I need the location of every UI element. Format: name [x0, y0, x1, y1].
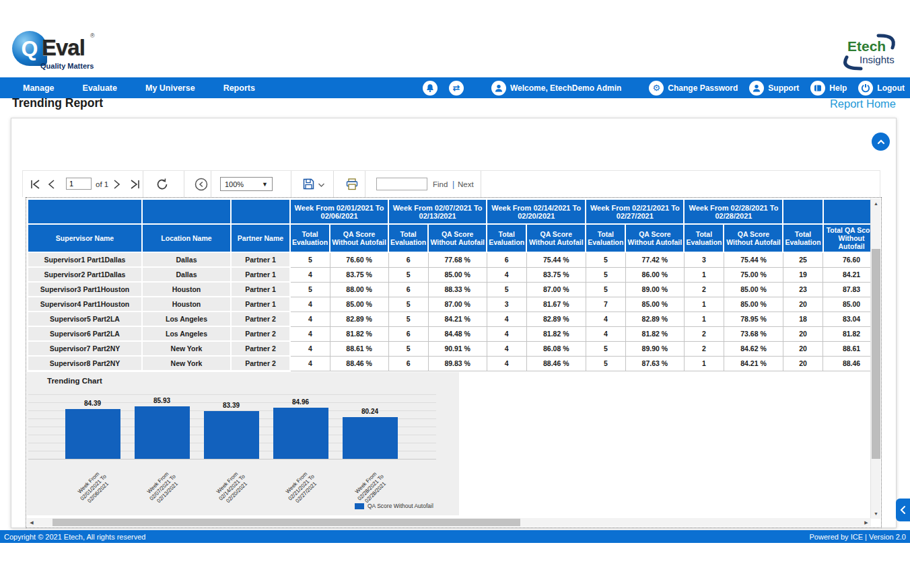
- value-cell: 1: [684, 311, 724, 326]
- header-spacer: [28, 199, 142, 224]
- location-name-cell: New York: [142, 341, 231, 356]
- table-row: Supervisor2 Part1DallasDallasPartner 148…: [28, 267, 880, 282]
- column-header: Total Evaluation: [388, 224, 428, 252]
- powered-by-text: Powered by ICE | Version 2.0: [810, 533, 907, 541]
- value-cell: 4: [487, 326, 526, 341]
- partner-name-cell: Partner 1: [231, 282, 290, 297]
- value-cell: 20: [783, 326, 823, 341]
- find-next-button[interactable]: Next: [458, 180, 474, 188]
- value-cell: 81.82 %: [330, 326, 388, 341]
- column-header: Total Evaluation: [684, 224, 724, 252]
- page-number-input[interactable]: [66, 178, 92, 190]
- value-cell: 83.75 %: [526, 267, 586, 282]
- value-cell: 4: [586, 326, 625, 341]
- chart-bar[interactable]: [135, 406, 190, 459]
- switch-account-icon[interactable]: ⇄: [449, 81, 464, 96]
- report-horizontal-scrollbar[interactable]: ◀ ▶: [27, 518, 871, 527]
- value-cell: 85.00 %: [428, 267, 487, 282]
- value-cell: 20: [783, 297, 823, 311]
- value-cell: 23: [783, 282, 823, 297]
- column-header: Location Name: [142, 224, 231, 252]
- value-cell: 5: [388, 267, 428, 282]
- value-cell: 84.21 %: [724, 356, 783, 371]
- report-vertical-scrollbar[interactable]: ▲ ▼: [870, 198, 880, 519]
- partner-name-cell: Partner 2: [231, 326, 290, 341]
- scroll-left-arrow-icon[interactable]: ◀: [27, 518, 36, 527]
- x-label-slot: Week From 02/01/2021 To 02/06/2021: [58, 461, 127, 509]
- chart-bar[interactable]: [204, 411, 259, 459]
- value-cell: 4: [290, 311, 330, 326]
- x-axis-label: Week From 02/14/2021 To 02/20/2021: [207, 464, 256, 512]
- value-cell: 85.00 %: [724, 282, 783, 297]
- value-cell: 6: [388, 282, 428, 297]
- supervisor-name-cell: Supervisor3 Part1Houston: [28, 282, 142, 297]
- export-save-button[interactable]: [302, 178, 315, 190]
- column-header: QA Score Without Autofail: [625, 224, 684, 252]
- refresh-icon[interactable]: [155, 177, 170, 192]
- report-home-link[interactable]: Report Home: [830, 98, 896, 110]
- chart-bar[interactable]: [65, 409, 120, 459]
- horizontal-scroll-thumb[interactable]: [53, 519, 520, 526]
- scroll-right-arrow-icon[interactable]: ▶: [862, 518, 871, 527]
- qeval-wordmark: Eval: [42, 35, 85, 61]
- side-panel-toggle[interactable]: [896, 499, 910, 521]
- supervisor-name-cell: Supervisor2 Part1Dallas: [28, 267, 142, 282]
- page-count-label: of 1: [96, 180, 108, 188]
- back-icon[interactable]: [194, 177, 209, 192]
- location-name-cell: New York: [142, 356, 231, 371]
- chart-bar-slot: 83.39: [197, 394, 266, 459]
- nav-item-evaluate[interactable]: Evaluate: [83, 83, 117, 93]
- help-link[interactable]: Help: [810, 81, 847, 96]
- value-cell: 6: [388, 252, 428, 267]
- value-cell: 85.00 %: [330, 297, 388, 311]
- vertical-scroll-thumb[interactable]: [872, 249, 880, 459]
- chart-bar-slot: 84.39: [58, 394, 127, 459]
- x-label-slot: Week From 02/14/2021 To 02/20/2021: [197, 461, 266, 509]
- nav-item-manage[interactable]: Manage: [23, 83, 55, 93]
- value-cell: 4: [290, 326, 330, 341]
- value-cell: 18: [783, 311, 823, 326]
- scroll-down-arrow-icon[interactable]: ▼: [871, 509, 881, 519]
- week-header-5: Week From 02/28/2021 To 02/28/2021: [684, 199, 783, 224]
- support-link[interactable]: Support: [749, 81, 799, 96]
- logout-link[interactable]: Logout: [858, 81, 905, 96]
- print-icon[interactable]: [345, 178, 359, 191]
- header-spacer: [783, 199, 823, 224]
- collapse-filters-button[interactable]: [872, 133, 890, 151]
- table-row: Supervisor8 Part2NYNew YorkPartner 2488.…: [28, 356, 880, 371]
- change-password-link[interactable]: ⚙ Change Password: [649, 81, 738, 96]
- value-cell: 76.60 %: [330, 252, 388, 267]
- value-cell: 3: [487, 297, 526, 311]
- welcome-user[interactable]: Welcome, EtechDemo Admin: [491, 81, 637, 96]
- scroll-up-arrow-icon[interactable]: ▲: [871, 198, 881, 209]
- find-input[interactable]: [376, 178, 427, 190]
- value-cell: 88.33 %: [428, 282, 487, 297]
- first-page-button[interactable]: [30, 179, 41, 190]
- nav-item-my-universe[interactable]: My Universe: [145, 83, 195, 93]
- next-page-button[interactable]: [113, 179, 121, 190]
- nav-item-reports[interactable]: Reports: [223, 83, 255, 93]
- bar-value-label: 84.96: [292, 398, 309, 406]
- zoom-select[interactable]: 100% ▼: [220, 177, 273, 191]
- value-cell: 85.00 %: [724, 297, 783, 311]
- value-cell: 5: [487, 282, 526, 297]
- supervisor-name-cell: Supervisor1 Part1Dallas: [28, 252, 142, 267]
- chart-bar[interactable]: [343, 417, 398, 459]
- export-dropdown-chevron-icon[interactable]: [318, 182, 325, 188]
- value-cell: 75.44 %: [724, 252, 783, 267]
- bar-value-label: 80.24: [361, 408, 378, 415]
- value-cell: 1: [684, 267, 724, 282]
- last-page-button[interactable]: [129, 179, 141, 190]
- chart-bar[interactable]: [273, 408, 328, 459]
- trending-report-table: Week From 02/01/2021 To 02/06/2021Week F…: [27, 198, 881, 371]
- find-button[interactable]: Find: [433, 180, 448, 188]
- x-axis-label: Week From 02/21/2021 To 02/27/2021: [277, 464, 325, 512]
- value-cell: 88.46 %: [330, 356, 388, 371]
- support-label: Support: [768, 83, 799, 93]
- page-title: Trending Report: [12, 96, 103, 110]
- column-header: QA Score Without Autofail: [724, 224, 783, 252]
- footer-bar: Copyright © 2021 Etech, All rights reser…: [0, 530, 910, 543]
- notifications-bell-icon[interactable]: [423, 81, 438, 96]
- value-cell: 2: [684, 282, 724, 297]
- previous-page-button[interactable]: [47, 179, 55, 190]
